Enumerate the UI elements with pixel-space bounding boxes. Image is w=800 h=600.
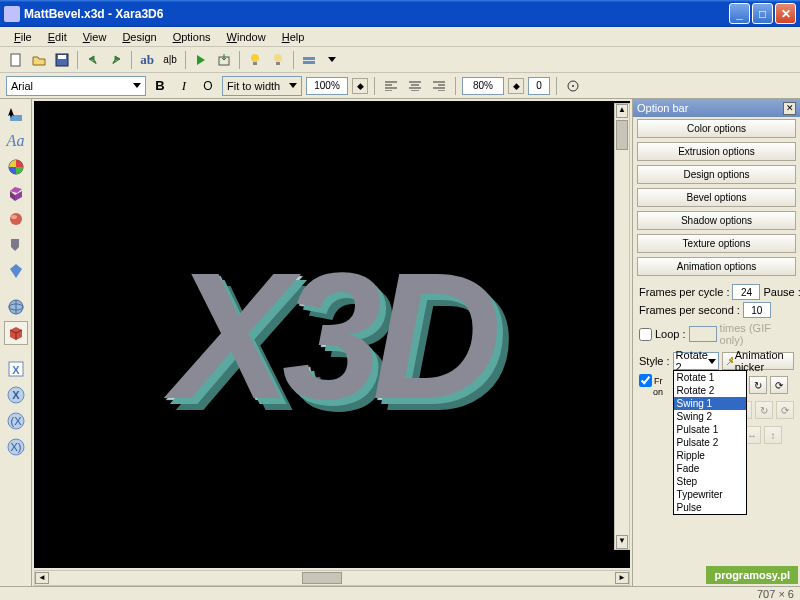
scroll-down-button[interactable]: ▼ (616, 535, 628, 549)
status-bar: 707 × 6 (0, 586, 800, 600)
bar-button[interactable] (299, 50, 319, 70)
texture-tool[interactable] (4, 259, 28, 283)
text-tool[interactable]: Aa (4, 129, 28, 153)
undo-button[interactable] (83, 50, 103, 70)
new-button[interactable] (6, 50, 26, 70)
option-panel: Option bar ✕ Color options Extrusion opt… (632, 99, 800, 586)
style-option[interactable]: Pulsate 1 (674, 423, 746, 436)
scroll-left-button[interactable]: ◄ (35, 572, 49, 584)
lights-btn3[interactable]: ↻ (755, 401, 773, 419)
animation-settings: Frames per cycle : Pause : Frames per se… (633, 278, 800, 452)
design-options-button[interactable]: Design options (637, 165, 796, 184)
panel-header: Option bar ✕ (633, 99, 800, 117)
svg-rect-7 (276, 62, 280, 65)
fps-input[interactable] (743, 302, 771, 318)
canvas[interactable]: X3D ▲ ▼ (34, 101, 630, 568)
maximize-button[interactable]: □ (752, 3, 773, 24)
menu-help[interactable]: Help (274, 29, 313, 45)
text-button[interactable]: ab (137, 50, 157, 70)
menu-window[interactable]: Window (219, 29, 274, 45)
font-select[interactable]: Arial (6, 76, 146, 96)
style-option[interactable]: Swing 2 (674, 410, 746, 423)
style-option[interactable]: Rotate 2 (674, 384, 746, 397)
horizontal-scrollbar[interactable]: ◄ ► (34, 570, 630, 586)
style-select[interactable]: Rotate 2 Rotate 1Rotate 2Swing 1Swing 2P… (673, 352, 719, 370)
italic-button[interactable]: I (174, 76, 194, 96)
align-right-button[interactable] (429, 76, 449, 96)
bulb-button[interactable] (245, 50, 265, 70)
canvas-text: X3D (172, 231, 492, 438)
menu-design[interactable]: Design (114, 29, 164, 45)
circle-x-tool[interactable]: X (4, 383, 28, 407)
animation-picker-button[interactable]: Animation picker (722, 352, 794, 370)
wave-btn2[interactable]: ↕ (764, 426, 782, 444)
circle-xl-tool[interactable]: (X (4, 409, 28, 433)
count-input[interactable] (528, 77, 550, 95)
bulb2-button[interactable] (268, 50, 288, 70)
vertical-scrollbar[interactable]: ▲ ▼ (614, 103, 630, 550)
bevel-options-button[interactable]: Bevel options (637, 188, 796, 207)
x-tool[interactable]: X (4, 357, 28, 381)
menu-edit[interactable]: Edit (40, 29, 75, 45)
animation-options-button[interactable]: Animation options (637, 257, 796, 276)
ext-btn4[interactable]: ⟳ (770, 376, 788, 394)
scroll-right-button[interactable]: ► (615, 572, 629, 584)
spacing-button[interactable]: a|b (160, 50, 180, 70)
redo-button[interactable] (106, 50, 126, 70)
circle-xr-tool[interactable]: X) (4, 435, 28, 459)
zoom-spinner[interactable]: ◆ (352, 78, 368, 94)
export-button[interactable] (214, 50, 234, 70)
outline-button[interactable]: O (198, 76, 218, 96)
menu-options[interactable]: Options (165, 29, 219, 45)
style-option[interactable]: Step (674, 475, 746, 488)
extrude-tool[interactable] (4, 181, 28, 205)
target-button[interactable] (563, 76, 583, 96)
chevron-down-icon (133, 83, 141, 88)
color-tool[interactable] (4, 155, 28, 179)
style-option[interactable]: Fade (674, 462, 746, 475)
front-face-checkbox[interactable] (639, 374, 652, 387)
color-options-button[interactable]: Color options (637, 119, 796, 138)
open-button[interactable] (29, 50, 49, 70)
save-button[interactable] (52, 50, 72, 70)
fpc-input[interactable] (732, 284, 760, 300)
loop-checkbox[interactable] (639, 328, 652, 341)
cube-tool[interactable] (4, 321, 28, 345)
scroll-thumb-h[interactable] (302, 572, 342, 584)
close-button[interactable]: ✕ (775, 3, 796, 24)
align-center-button[interactable] (405, 76, 425, 96)
panel-close-button[interactable]: ✕ (783, 102, 796, 115)
bold-button[interactable]: B (150, 76, 170, 96)
style-option[interactable]: Swing 1 (674, 397, 746, 410)
chevron-down-icon (289, 83, 297, 88)
scroll-thumb[interactable] (616, 120, 628, 150)
style-option[interactable]: Pulse (674, 501, 746, 514)
fit-select[interactable]: Fit to width (222, 76, 302, 96)
align-left-button[interactable] (381, 76, 401, 96)
fps-label: Frames per second : (639, 304, 740, 316)
menu-file[interactable]: File (6, 29, 40, 45)
lights-btn4[interactable]: ⟳ (776, 401, 794, 419)
menu-view[interactable]: View (75, 29, 115, 45)
scroll-up-button[interactable]: ▲ (616, 104, 628, 118)
extrusion-options-button[interactable]: Extrusion options (637, 142, 796, 161)
play-button[interactable] (191, 50, 211, 70)
opacity-input[interactable] (462, 77, 504, 95)
style-option[interactable]: Typewriter (674, 488, 746, 501)
svg-rect-5 (253, 62, 257, 65)
bevel-tool[interactable] (4, 207, 28, 231)
style-option[interactable]: Rotate 1 (674, 371, 746, 384)
cursor-design-tool[interactable] (4, 103, 28, 127)
ext-btn3[interactable]: ↻ (749, 376, 767, 394)
minimize-button[interactable]: _ (729, 3, 750, 24)
opacity-spinner[interactable]: ◆ (508, 78, 524, 94)
shadow-options-button[interactable]: Shadow options (637, 211, 796, 230)
style-option[interactable]: Ripple (674, 449, 746, 462)
bar-down-button[interactable] (322, 50, 342, 70)
shadow-tool[interactable] (4, 233, 28, 257)
style-option[interactable]: Pulsate 2 (674, 436, 746, 449)
texture-options-button[interactable]: Texture options (637, 234, 796, 253)
canvas-area: X3D ▲ ▼ ◄ ► (32, 99, 632, 586)
zoom-input[interactable] (306, 77, 348, 95)
globe-tool[interactable] (4, 295, 28, 319)
